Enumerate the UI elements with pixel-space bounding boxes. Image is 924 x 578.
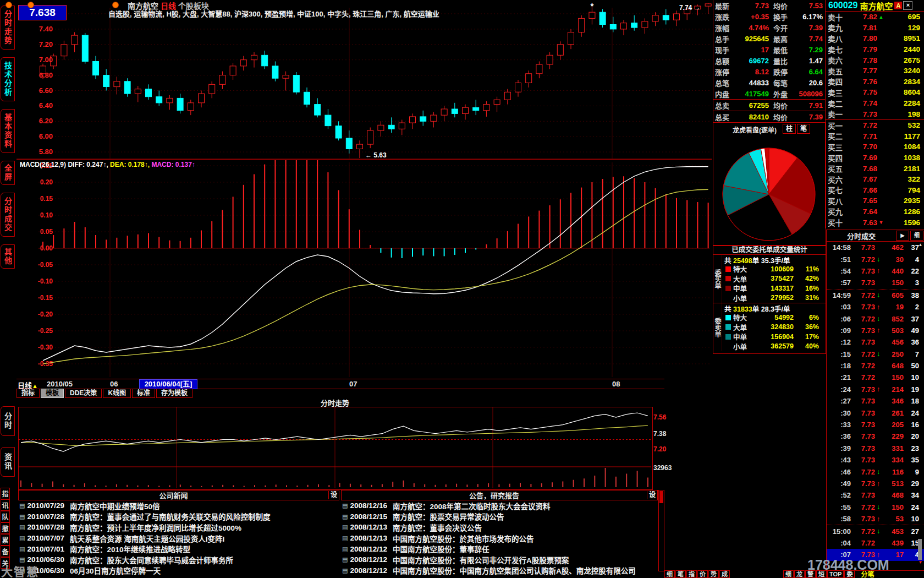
sell-queue-row[interactable]: 卖二7.742284 [826, 98, 924, 109]
sidebar-lower-1[interactable]: 资讯 [1, 447, 15, 477]
tick-row[interactable]: :047.7243915 [827, 537, 924, 549]
tick-row[interactable]: :247.73↑21419 [827, 384, 924, 395]
buy-queue-row[interactable]: 买九7.641286 [826, 206, 924, 217]
buy-queue-row[interactable]: 买二7.711177 [826, 131, 924, 142]
tick-row[interactable]: :337.7320516 [827, 419, 924, 430]
sidebar-item-5[interactable]: 其他 [1, 244, 15, 269]
bottom-tab-a-1[interactable]: 笔 [675, 570, 686, 578]
tick-row[interactable]: :067.72↓85237 [827, 313, 924, 324]
tick-row[interactable]: :307.7326124 [827, 407, 924, 418]
pie-mode-button-0[interactable]: 柱 [783, 124, 796, 134]
sell-queue-row[interactable]: 卖六7.782675 [826, 54, 924, 66]
sell-queue-row[interactable]: 卖四7.762834 [826, 77, 924, 88]
order-pie-chart[interactable] [713, 135, 826, 245]
tick-row[interactable]: 14:587.7346237 [827, 242, 924, 253]
tick-row[interactable]: :467.72↓1169 [827, 466, 924, 477]
tick-row[interactable]: :547.73↑44022 [827, 265, 924, 277]
tick-row[interactable]: :127.7345636 [827, 336, 924, 348]
mini-tab-5[interactable]: 备 [1, 546, 10, 557]
scroll-up-icon[interactable]: ▲ [917, 242, 923, 247]
bottom-tab-a-0[interactable]: 细 [664, 570, 675, 578]
sell-queue-row[interactable]: 卖七7.792440 [826, 44, 924, 55]
news-item[interactable]: ▤2010/07/01南方航空：2010年继续推进战略转型 [18, 543, 339, 554]
selected-date[interactable]: 2010/06/04[五] [139, 379, 197, 389]
sell-queue-row[interactable]: 卖十7.82▲695 [826, 12, 924, 23]
mini-tab-2[interactable]: 队 [1, 511, 10, 522]
news-item[interactable]: ▤2010/07/29南方航空中期业绩预增50倍 [18, 500, 339, 511]
settings-button[interactable]: 设 [647, 491, 657, 499]
intraday-chart[interactable] [18, 407, 653, 490]
news-item[interactable]: ▤2010/07/28南方航空：董事会通过了与南航财务关联交易的风险控制制度 [18, 511, 339, 522]
tick-row[interactable]: :527.7346834 [827, 489, 924, 501]
board-tags[interactable]: 自选股, 运输物流, H股, 大盘, 大智慧88, 沪深300, 预盈预增, 中… [108, 8, 439, 17]
toolbar-tab-0[interactable]: 指标 [16, 389, 40, 398]
tick-row[interactable]: :157.72↓2507 [827, 348, 924, 360]
mini-tab-1[interactable]: 讯 [1, 499, 10, 511]
news-scrollbar[interactable] [658, 490, 664, 571]
news-item[interactable]: ▤2008/12/13中国南方航空股份：於其他市场发布的公告 [341, 533, 658, 544]
buy-queue-row[interactable]: 买十7.63▼1596 [826, 217, 924, 228]
mini-tab-0[interactable]: 指 [1, 488, 10, 499]
settings-button[interactable]: 设 [328, 491, 339, 499]
bottom-tab-a-4[interactable]: 势 [708, 570, 719, 578]
bottom-tab-a-2[interactable]: 指 [686, 570, 697, 578]
news-item[interactable]: ▤2008/12/12中国南方航空股份：中国南方航空集团公司认购新A股、南龙控股… [341, 565, 658, 576]
expand-icon[interactable]: ▶ [896, 231, 909, 241]
toolbar-tab-1[interactable]: 模板 [41, 389, 64, 398]
scroll-down-icon[interactable]: ▼ [917, 560, 923, 565]
toolbar-tab-5[interactable]: 存为模板 [156, 389, 193, 398]
tick-row[interactable]: :497.73↑51329 [827, 478, 924, 489]
sidebar-item-3[interactable]: 全屏 [1, 161, 15, 185]
news-item[interactable]: ▤2008/12/15南方航空：股票交易异常波动公告 [341, 511, 658, 522]
buy-queue-row[interactable]: 买七7.66794 [826, 185, 924, 196]
news-item[interactable]: ▤2008/12/16南方航空：2008年第二次临时股东大会会议资料 [341, 500, 658, 511]
news-item[interactable]: ▤2008/12/13南方航空：董事会决议公告 [341, 522, 658, 533]
scroll-track[interactable] [917, 247, 923, 539]
tick-row[interactable]: :397.7333123 [827, 443, 924, 454]
tick-row[interactable]: :557.72↓15024 [827, 501, 924, 513]
tick-row[interactable]: :217.7215010 [827, 372, 924, 383]
toolbar-tab-3[interactable]: K线图 [103, 389, 131, 398]
tick-row[interactable]: :367.7322920 [827, 430, 924, 442]
mini-tab-4[interactable]: 累 [1, 534, 10, 546]
timeline-bar[interactable]: 日线▲ 2010/06/04[五] 2010/05060708 [16, 379, 664, 389]
tick-row[interactable]: :517.72↓304 [827, 253, 924, 265]
buy-queue-row[interactable]: 买五7.682181 [826, 163, 924, 174]
kline-chart[interactable]: 7.607.407.207.006.806.606.406.206.005.80… [16, 0, 712, 160]
bottom-tab-a-3[interactable]: 价 [697, 570, 708, 578]
toolbar-tab-2[interactable]: DDE决策 [65, 389, 102, 398]
scroll-thumb[interactable] [918, 539, 922, 560]
detail-button[interactable]: 细 [910, 231, 923, 241]
buy-queue-row[interactable]: 买三7.701084 [826, 141, 924, 152]
bottom-tab-a-5[interactable]: 成 [719, 570, 730, 578]
news-item[interactable]: ▤2010/07/07航天系整合资源 海南航天主题公园投资人I变阵I [18, 533, 339, 544]
sidebar-item-2[interactable]: 基本资料 [1, 109, 15, 153]
tick-row[interactable]: :037.73↑192 [827, 301, 924, 313]
news-item[interactable]: ▤2010/06/3006月30日南方航空停牌一天 [18, 565, 339, 576]
buy-queue-row[interactable]: 买六7.67322 [826, 174, 924, 185]
news-item[interactable]: ▤2008/12/12中国南方航空股份：董事辞任 [341, 543, 658, 554]
mini-tab-3[interactable]: 撤 [1, 522, 10, 534]
tick-scrollbar[interactable]: ▲▼ [917, 242, 923, 568]
sidebar-item-0[interactable]: 分时走势 [1, 6, 15, 50]
tick-row[interactable]: :097.73↑50349 [827, 325, 924, 336]
pie-mode-button-1[interactable]: 笔 [797, 124, 810, 134]
news-item[interactable]: ▤2008/12/12中国南方航空股份：有限公司非公开发行A股股票预案 [341, 554, 658, 565]
sell-queue-row[interactable]: 卖八7.808951 [826, 33, 924, 44]
tick-row[interactable]: :277.7334618 [827, 395, 924, 407]
sidebar-item-1[interactable]: 技术分析 [1, 57, 15, 101]
sell-queue-row[interactable]: 卖九7.81129 [826, 23, 924, 34]
buy-queue-row[interactable]: 买八7.652935 [826, 195, 924, 206]
sidebar-lower-0[interactable]: 分时 [1, 406, 15, 436]
toolbar-tab-4[interactable]: 标准 [132, 389, 155, 398]
tick-row[interactable]: 14:597.72↓60538 [827, 289, 924, 301]
sell-queue-row[interactable]: 卖五7.773240 [826, 66, 924, 77]
tick-row[interactable]: :577.731503 [827, 277, 924, 288]
buy-queue-row[interactable]: 买四7.691038 [826, 152, 924, 163]
close-icon[interactable]: × [903, 1, 912, 10]
gear-icon[interactable] [28, 2, 34, 8]
scroll-thumb[interactable] [659, 491, 663, 503]
bottom-tab-b-0[interactable]: 细 [783, 570, 794, 578]
news-item[interactable]: ▤2010/07/28南方航空：预计上半年度净利润同比增长超过5000% [18, 522, 339, 533]
sell-queue-row[interactable]: 卖一7.73198 [826, 108, 924, 119]
